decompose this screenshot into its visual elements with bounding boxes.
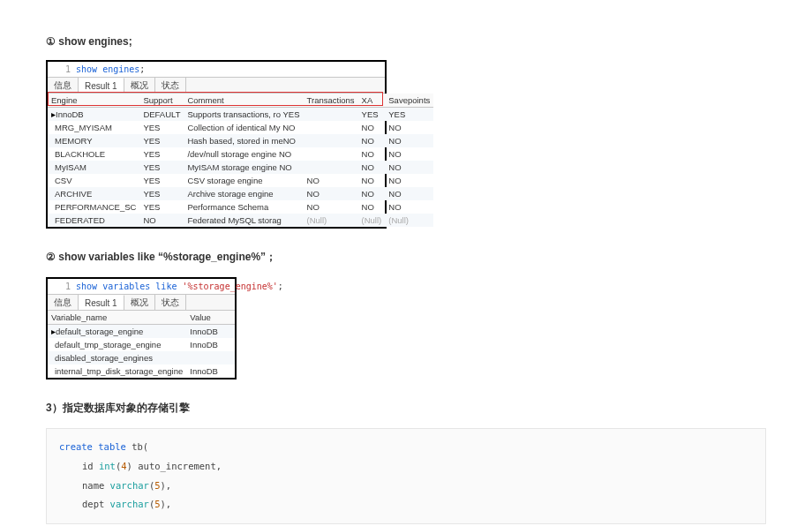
table-row[interactable]: default_tmp_storage_engineInnoDB <box>48 338 235 351</box>
tab-result1-1[interactable]: Result 1 <box>79 78 124 93</box>
table-row[interactable]: disabled_storage_engines <box>48 351 235 364</box>
tab-status-1[interactable]: 状态 <box>155 78 186 93</box>
sql-line-1: 1show engines; <box>48 62 385 77</box>
table-header-row: EngineSupportCommentTransactionsXASavepo… <box>48 94 433 108</box>
table-row[interactable]: ARCHIVEYESArchive storage engineNONONO <box>48 187 433 200</box>
table-row[interactable]: internal_tmp_disk_storage_engineInnoDB <box>48 364 235 378</box>
panel-show-engines: 1show engines; 信息 Result 1 概况 状态 EngineS… <box>46 60 387 229</box>
table-row[interactable]: MEMORYYESHash based, stored in meNONONO <box>48 134 433 147</box>
variables-table: Variable_nameValue ▸default_storage_engi… <box>48 311 235 378</box>
table-row[interactable]: CSVYESCSV storage engineNONONO <box>48 174 433 187</box>
tab-result1-2[interactable]: Result 1 <box>79 295 124 310</box>
table-row[interactable]: ▸default_storage_engineInnoDB <box>48 325 235 339</box>
table-header-row: Variable_nameValue <box>48 311 235 325</box>
heading-show-engines: ① show engines; <box>46 35 766 48</box>
table-row[interactable]: MyISAMYESMyISAM storage engine NONONO <box>48 161 433 174</box>
result-tabs-2: 信息 Result 1 概况 状态 <box>48 294 235 311</box>
heading-show-variables: ② show variables like “%storage_engine%”… <box>46 250 766 265</box>
tab-profile-1[interactable]: 概况 <box>124 78 155 93</box>
tab-info-2[interactable]: 信息 <box>48 295 79 310</box>
result-tabs-1: 信息 Result 1 概况 状态 <box>48 77 385 94</box>
table-row[interactable]: BLACKHOLEYES/dev/null storage engine NON… <box>48 147 433 161</box>
tab-info-1[interactable]: 信息 <box>48 78 79 93</box>
table-row[interactable]: MRG_MYISAMYESCollection of identical My … <box>48 121 433 134</box>
panel-show-variables: 1show variables like '%storage_engine%';… <box>46 277 237 379</box>
heading-create-table: 3）指定数据库对象的存储引擎 <box>46 401 766 416</box>
tab-profile-2[interactable]: 概况 <box>124 295 155 310</box>
tab-status-2[interactable]: 状态 <box>155 295 186 310</box>
table-row[interactable]: PERFORMANCE_SCYESPerformance SchemaNONON… <box>48 200 433 214</box>
sql-line-2: 1show variables like '%storage_engine%'; <box>48 279 235 294</box>
engines-table: EngineSupportCommentTransactionsXASavepo… <box>48 94 433 227</box>
table-row[interactable]: ▸InnoDBDEFAULTSupports transactions, ro … <box>48 108 433 122</box>
code-create-table: create table tb( id int(4) auto_incremen… <box>46 428 766 524</box>
table-row[interactable]: FEDERATEDNOFederated MySQL storag(Null)(… <box>48 214 433 227</box>
